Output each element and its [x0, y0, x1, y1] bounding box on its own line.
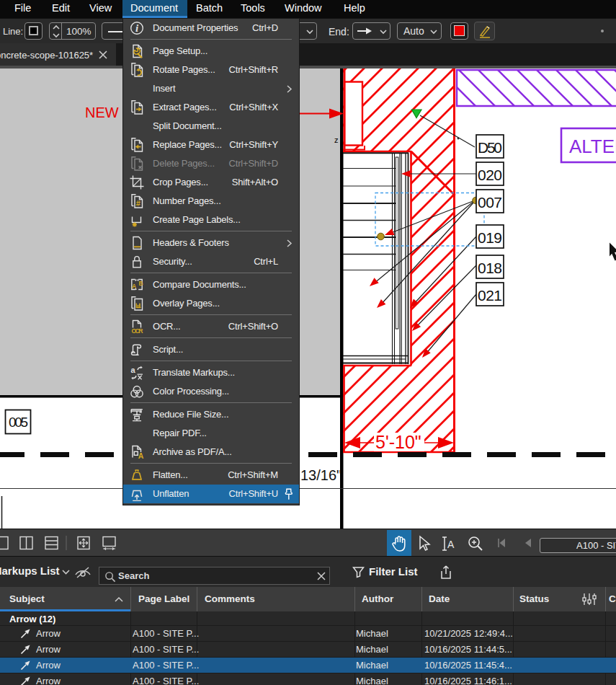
svg-text:#: # — [136, 199, 140, 208]
svg-text:019: 019 — [478, 229, 502, 246]
svg-text:020: 020 — [478, 167, 502, 183]
svg-text:018: 018 — [478, 260, 502, 276]
svg-text:OCR: OCR — [131, 327, 143, 334]
svg-text:5'-10": 5'-10" — [375, 432, 421, 452]
svg-text:ALTERN: ALTERN — [569, 136, 616, 157]
svg-text:13/16": 13/16" — [300, 467, 342, 483]
svg-text:D50: D50 — [478, 139, 502, 156]
svg-text:a: a — [131, 366, 136, 374]
svg-text:A: A — [138, 451, 144, 459]
svg-text:z: z — [334, 136, 339, 144]
svg-text:021: 021 — [478, 287, 502, 304]
svg-text:B: B — [138, 280, 143, 287]
svg-text:007: 007 — [478, 194, 502, 211]
svg-text:A: A — [132, 283, 136, 290]
svg-text:i: i — [135, 22, 139, 34]
svg-text:005: 005 — [9, 415, 28, 430]
svg-text:A: A — [447, 539, 455, 550]
